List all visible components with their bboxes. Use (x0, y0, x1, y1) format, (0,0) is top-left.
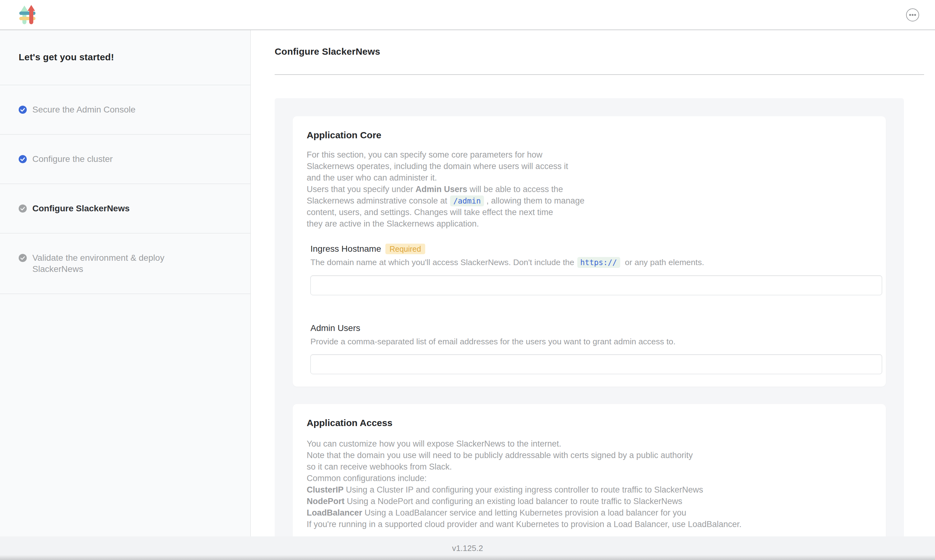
admin-users-input[interactable] (310, 354, 882, 374)
desc-line: You can customize how you will expose Sl… (307, 438, 872, 450)
config-form-area: Application Core For this section, you c… (275, 98, 904, 536)
admin-users-help: Provide a comma-separated list of email … (310, 336, 882, 347)
desc-text: Slackernews adminstrative console at (307, 196, 449, 205)
application-access-card: Application Access You can customize how… (293, 404, 886, 536)
desc-line: If you're running in a supported cloud p… (307, 518, 872, 530)
check-circle-icon-gray (19, 205, 27, 212)
desc-text: Using a Cluster IP and configuring your … (344, 485, 703, 494)
admin-users-label: Admin Users (310, 323, 360, 334)
ingress-hostname-field-group: Ingress Hostname Required The domain nam… (310, 243, 882, 295)
desc-line: NodePort Using a NodePort and configurin… (307, 496, 872, 507)
step-label: Configure SlackerNews (32, 203, 130, 214)
help-text: or any path elements. (623, 258, 704, 267)
https-code-chip: https:// (577, 257, 620, 268)
setup-steps-sidebar: Let's get you started! Secure the Admin … (0, 30, 251, 536)
desc-bold-text: LoadBalancer (307, 508, 363, 517)
ingress-hostname-label: Ingress Hostname (310, 243, 381, 254)
required-badge: Required (386, 244, 425, 254)
step-label: Secure the Admin Console (32, 104, 136, 115)
card-description: You can customize how you will expose Sl… (307, 438, 872, 530)
step-label: Validate the environment & deploy Slacke… (32, 252, 207, 275)
desc-line: content, users, and settings. Changes wi… (307, 207, 872, 218)
check-circle-icon-gray (19, 254, 27, 262)
config-main-panel: Configure SlackerNews Application Core F… (251, 30, 935, 536)
desc-line: Slackernews operates, including the doma… (307, 161, 872, 172)
desc-line: Users that you specify under Admin Users… (307, 184, 872, 195)
field-label-row: Admin Users (310, 323, 882, 334)
desc-bold-text: ClusterIP (307, 485, 344, 494)
application-core-card: Application Core For this section, you c… (293, 116, 886, 386)
app-footer: v1.125.2 (0, 536, 935, 560)
admin-path-code-chip: /admin (450, 195, 484, 206)
sidebar-step-configure-slackernews[interactable]: Configure SlackerNews (0, 184, 250, 233)
sidebar-step-configure-cluster[interactable]: Configure the cluster (0, 135, 250, 184)
desc-text: will be able to access the (467, 185, 563, 194)
desc-line: ClusterIP Using a Cluster IP and configu… (307, 484, 872, 496)
step-label: Configure the cluster (32, 154, 113, 165)
desc-line: Slackernews adminstrative console at /ad… (307, 195, 872, 207)
top-bar (0, 0, 935, 30)
desc-line: For this section, you can specify some c… (307, 149, 872, 161)
card-description: For this section, you can specify some c… (307, 149, 872, 230)
desc-line: they are active in the Slackernews appli… (307, 218, 872, 230)
card-title: Application Access (307, 417, 872, 429)
sidebar-step-secure-admin-console[interactable]: Secure the Admin Console (0, 85, 250, 135)
card-title: Application Core (307, 129, 872, 142)
version-label: v1.125.2 (452, 543, 483, 553)
sidebar-step-validate-deploy[interactable]: Validate the environment & deploy Slacke… (0, 233, 250, 294)
page-body: Let's get you started! Secure the Admin … (0, 30, 935, 536)
ingress-hostname-help: The domain name at which you'll access S… (310, 257, 882, 268)
title-divider (275, 74, 924, 75)
more-options-button[interactable] (906, 8, 920, 22)
slackernews-logo-icon (19, 5, 36, 25)
help-text: The domain name at which you'll access S… (310, 258, 577, 267)
app-window: Let's get you started! Secure the Admin … (0, 0, 935, 560)
ingress-hostname-input[interactable] (310, 275, 882, 295)
desc-text: Using a NodePort and configuring an exis… (345, 497, 682, 506)
desc-text: , allowing them to manage (486, 196, 585, 205)
desc-line: LoadBalancer Using a LoadBalancer servic… (307, 507, 872, 518)
page-title: Configure SlackerNews (275, 46, 935, 57)
desc-line: Common configurations include: (307, 473, 872, 484)
desc-text: Using a LoadBalancer service and letting… (363, 508, 687, 517)
desc-line: and the user who can administer it. (307, 172, 872, 184)
field-label-row: Ingress Hostname Required (310, 243, 882, 254)
check-circle-icon (19, 106, 27, 114)
ellipsis-circle-icon (906, 8, 920, 22)
check-circle-icon (19, 155, 27, 163)
desc-bold-text: Admin Users (415, 185, 468, 194)
desc-bold-text: NodePort (307, 497, 345, 506)
desc-line: so it can receive webhooks from Slack. (307, 461, 872, 473)
desc-text: Users that you specify under (307, 185, 415, 194)
desc-line: Note that the domain you use will need t… (307, 450, 872, 461)
sidebar-title: Let's get you started! (0, 30, 250, 85)
admin-users-field-group: Admin Users Provide a comma-separated li… (310, 323, 882, 374)
